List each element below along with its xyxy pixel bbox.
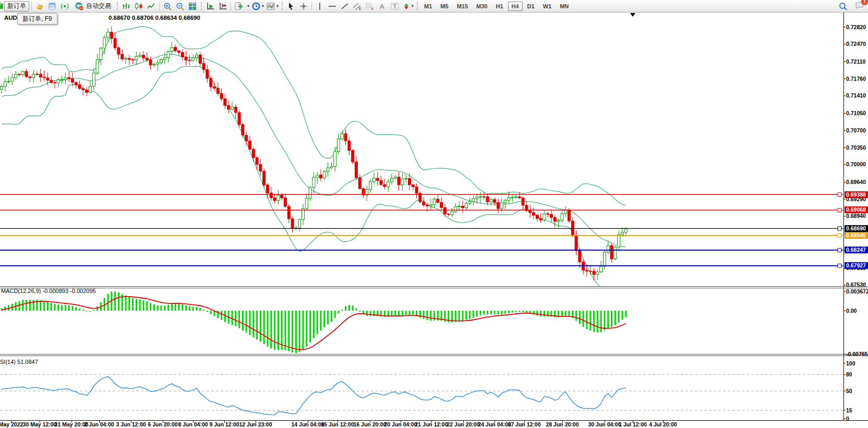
search-icon[interactable]	[837, 1, 849, 11]
timeframe-button-M15[interactable]: M15	[453, 2, 472, 11]
auto-scroll-icon[interactable]	[204, 1, 216, 11]
vertical-line-icon[interactable]	[314, 1, 326, 11]
fibonacci-icon[interactable]: F	[364, 1, 376, 11]
price-level-label[interactable]: 0.69388	[845, 191, 868, 198]
deposit-gold-icon[interactable]	[34, 1, 45, 11]
price-level-label[interactable]: 0.69068	[845, 206, 868, 213]
templates-icon[interactable]: ▾	[266, 1, 279, 11]
timeframe-group: M1M5M15M30H1H4D1W1MN	[420, 2, 573, 11]
timeframe-button-M1[interactable]: M1	[420, 2, 436, 11]
new-order-button[interactable]: 新订单	[4, 1, 29, 11]
notification-badge: 1	[861, 0, 868, 5]
indicators-add-icon[interactable]: ▾	[233, 1, 250, 11]
timeframe-button-W1[interactable]: W1	[539, 2, 556, 11]
top-toolbar: 新订单 自动交易 ▾ ▾ ▾	[0, 0, 868, 13]
svg-text:T: T	[393, 3, 397, 9]
autotrading-icon	[75, 2, 84, 11]
timeframe-button-H1[interactable]: H1	[492, 2, 507, 11]
zoom-in-icon[interactable]	[162, 1, 173, 11]
tile-windows-icon[interactable]	[187, 1, 198, 11]
periods-clock-icon[interactable]: ▾	[251, 1, 264, 11]
arrows-icon[interactable]: ▾	[402, 1, 414, 11]
chart-area[interactable]	[0, 0, 868, 428]
autotrading-button[interactable]: 自动交易	[71, 1, 114, 11]
chart-shift-icon[interactable]	[217, 1, 228, 11]
price-level-label[interactable]: 0.68247	[845, 247, 868, 253]
price-level-label[interactable]: 0.68546	[845, 232, 868, 239]
equidistant-channel-icon[interactable]: E	[352, 1, 363, 11]
timeframe-button-M30[interactable]: M30	[473, 2, 491, 11]
publish-chart-icon[interactable]	[46, 1, 58, 11]
trendline-icon[interactable]	[339, 1, 351, 11]
notifications-button[interactable]: 1	[854, 1, 865, 12]
timeframe-button-MN[interactable]: MN	[556, 2, 572, 11]
horizontal-line-icon[interactable]	[327, 1, 338, 11]
clipped-icon	[0, 2, 4, 11]
timeframe-button-D1[interactable]: D1	[524, 2, 538, 11]
svg-text:E: E	[359, 7, 361, 10]
zoom-out-icon[interactable]	[174, 1, 186, 11]
bar-chart-icon[interactable]	[120, 1, 132, 11]
text-icon[interactable]: A	[377, 1, 388, 11]
text-label-icon[interactable]: T	[389, 1, 401, 11]
candlestick-chart-icon[interactable]	[133, 1, 144, 11]
new-order-label: 新订单	[7, 2, 26, 10]
price-level-label[interactable]: 0.67927	[845, 262, 868, 269]
timeframe-button-M5[interactable]: M5	[437, 2, 452, 11]
cursor-icon[interactable]	[285, 1, 297, 11]
timeframe-button-H4[interactable]: H4	[508, 2, 523, 11]
mt4-window: { "toolbar": { "new_order_label": "新订单",…	[0, 0, 868, 428]
svg-text:A: A	[380, 3, 384, 10]
line-chart-icon[interactable]	[146, 1, 157, 11]
crosshair-icon[interactable]	[298, 1, 309, 11]
autotrading-label: 自动交易	[86, 2, 111, 10]
new-order-tooltip: 新订单, F9	[17, 13, 57, 25]
svg-text:F: F	[371, 7, 373, 11]
signal-icon[interactable]	[59, 1, 70, 11]
price-level-label[interactable]: 0.68690	[845, 225, 868, 232]
